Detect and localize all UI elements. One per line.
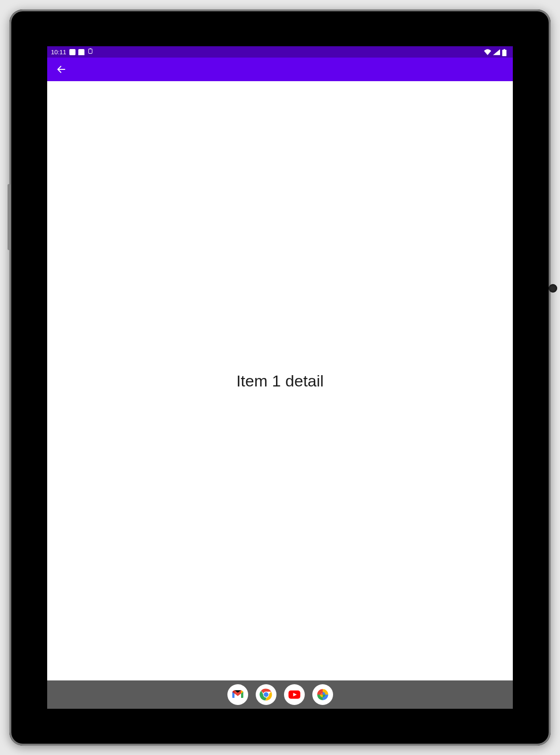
svg-rect-3 [504, 49, 505, 50]
tablet-side-button [8, 184, 10, 250]
status-notification-icon-2 [78, 49, 84, 55]
navigation-bar [47, 680, 513, 709]
screen: 10:11 [47, 46, 513, 709]
content-area: Item 1 detail [47, 81, 513, 680]
svg-rect-2 [502, 50, 507, 56]
battery-icon [502, 49, 509, 55]
status-notification-icon [69, 49, 75, 55]
gmail-app-icon[interactable] [227, 684, 248, 705]
wifi-icon [484, 49, 491, 55]
status-time: 10:11 [51, 49, 67, 56]
tablet-camera [549, 284, 557, 293]
detail-text: Item 1 detail [236, 372, 324, 390]
cell-signal-icon [493, 49, 500, 55]
status-debug-icon [87, 48, 93, 56]
status-right [484, 49, 509, 55]
svg-rect-0 [88, 49, 92, 54]
app-bar [47, 58, 513, 81]
status-left: 10:11 [51, 48, 93, 56]
chrome-app-icon[interactable] [256, 684, 276, 705]
status-bar: 10:11 [47, 46, 513, 58]
youtube-app-icon[interactable] [284, 684, 305, 705]
back-button[interactable] [53, 61, 70, 78]
tablet-frame: 10:11 [9, 9, 551, 746]
photos-app-icon[interactable] [312, 684, 333, 705]
back-arrow-icon [56, 64, 67, 75]
